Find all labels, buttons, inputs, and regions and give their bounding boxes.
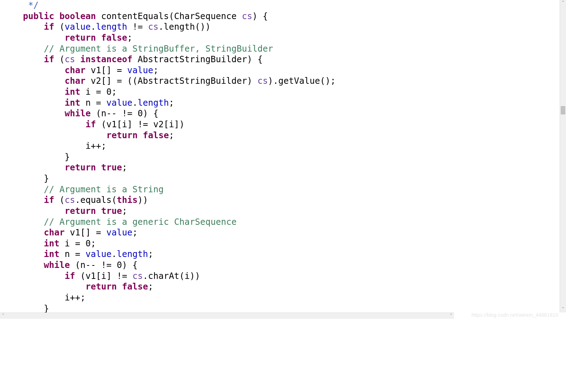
field-length: length: [117, 249, 148, 259]
code-block: */ public boolean contentEquals(CharSequ…: [2, 0, 456, 314]
var-cs: cs: [148, 22, 159, 32]
while-cond: (n-- != 0) {: [91, 108, 159, 118]
v2-decl: v2[] = ((AbstractStringBuilder): [86, 76, 258, 86]
semi: ;: [153, 65, 159, 75]
field-value: value: [106, 98, 132, 108]
kw-true: true: [101, 206, 122, 216]
var-cs: cs: [258, 76, 268, 86]
comment-2: // Argument is a String: [2, 184, 164, 194]
code-viewport: */ public boolean contentEquals(CharSequ…: [0, 0, 458, 312]
var-cs: cs: [65, 195, 75, 205]
kw-false: false: [122, 281, 148, 292]
kw-this: this: [117, 195, 138, 205]
sig-tail: ) {: [252, 11, 268, 21]
dot: .: [91, 22, 96, 32]
op-ne: !=: [127, 22, 148, 32]
kw-if: if: [2, 119, 96, 129]
paren-open: (: [54, 195, 65, 205]
semi: ;: [122, 162, 127, 172]
scroll-right-icon[interactable]: ˃: [448, 313, 454, 319]
kw-int: int: [2, 87, 80, 97]
type-tail: AbstractStringBuilder) {: [132, 54, 263, 64]
v1-decl-2: v1[] =: [65, 227, 106, 238]
kw-return: return: [2, 33, 96, 43]
kw-char: char: [2, 76, 86, 86]
field-value: value: [86, 249, 112, 259]
i-decl: i = 0;: [80, 87, 117, 97]
kw-if: if: [2, 22, 54, 32]
dot: .: [112, 249, 117, 259]
stmt-ipp-2: i++;: [2, 292, 86, 303]
watermark-text: https://blog.csdn.net/weixin_44861610: [471, 312, 558, 318]
field-value: value: [106, 227, 132, 238]
field-length: length: [138, 98, 169, 108]
comment-1: // Argument is a StringBuffer, StringBui…: [2, 43, 273, 54]
vertical-scrollbar-thumb[interactable]: [561, 106, 565, 115]
method-name: contentEquals(CharSequence: [101, 11, 242, 21]
kw-return: return: [2, 206, 96, 216]
call-tail: .length()): [159, 22, 211, 32]
i-decl-2: i = 0;: [59, 238, 96, 248]
while-cond-2: (n-- != 0) {: [70, 260, 138, 270]
semi: ;: [127, 33, 132, 43]
n-decl: n =: [80, 98, 106, 108]
if-cond: (v1[i] != v2[i]): [96, 119, 185, 129]
field-length: length: [96, 22, 128, 32]
kw-boolean: boolean: [59, 11, 96, 21]
kw-int: int: [2, 98, 80, 108]
javadoc-close: */: [2, 0, 39, 10]
kw-int: int: [2, 238, 59, 248]
kw-int: int: [2, 249, 59, 259]
kw-char: char: [2, 65, 86, 75]
semi: ;: [122, 206, 127, 216]
field-value: value: [127, 65, 153, 75]
kw-false: false: [101, 33, 127, 43]
field-value: value: [65, 22, 91, 32]
kw-public: public: [2, 11, 54, 21]
kw-return: return: [2, 162, 96, 172]
kw-if: if: [2, 54, 54, 64]
brace-close-2: }: [2, 303, 49, 314]
kw-true: true: [101, 162, 122, 172]
kw-return: return: [2, 281, 117, 292]
scroll-up-icon[interactable]: ˄: [560, 0, 566, 6]
paren-close: )): [138, 195, 148, 205]
charAt-tail: .charAt(i)): [143, 271, 200, 281]
kw-char: char: [2, 227, 65, 238]
kw-return: return: [2, 130, 138, 140]
vertical-scrollbar[interactable]: ˄ ˅: [560, 0, 566, 312]
paren-open: (: [54, 54, 65, 64]
sp: [75, 54, 81, 64]
scroll-left-icon[interactable]: ˂: [0, 313, 6, 319]
v1-decl: v1[] =: [86, 65, 127, 75]
var-cs: cs: [65, 54, 75, 64]
stmt-ipp: i++;: [2, 141, 106, 151]
horizontal-scrollbar[interactable]: ˂ ˃: [0, 312, 454, 319]
semi: ;: [132, 227, 138, 238]
semi: ;: [169, 130, 174, 140]
if-left: (v1[i] !=: [75, 271, 132, 281]
dot: .: [132, 98, 138, 108]
brace-close: }: [2, 152, 70, 162]
var-cs: cs: [132, 271, 143, 281]
v2-tail: ).getValue();: [268, 76, 336, 86]
kw-if: if: [2, 271, 75, 281]
kw-false: false: [143, 130, 169, 140]
paren-open: (: [54, 22, 65, 32]
kw-while: while: [2, 260, 70, 270]
comment-3: // Argument is a generic CharSequence: [2, 217, 237, 227]
n-decl-2: n =: [59, 249, 86, 259]
semi: ;: [169, 98, 174, 108]
kw-instanceof: instanceof: [80, 54, 132, 64]
semi: ;: [148, 249, 153, 259]
param-cs: cs: [242, 11, 253, 21]
scroll-down-icon[interactable]: ˅: [560, 306, 566, 312]
kw-if: if: [2, 195, 54, 205]
semi: ;: [148, 281, 153, 292]
brace-close: }: [2, 173, 49, 183]
kw-while: while: [2, 108, 91, 118]
call-equals: .equals(: [75, 195, 117, 205]
